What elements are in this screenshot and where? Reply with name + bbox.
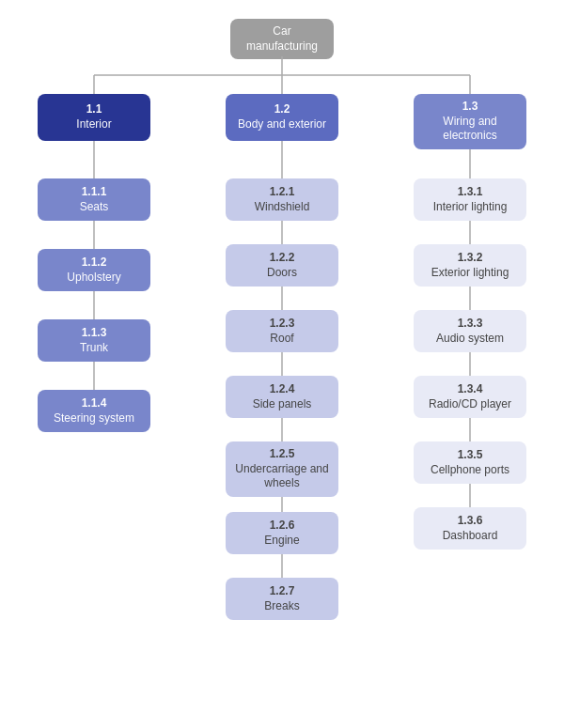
org-chart: Car manufacturing1.1Interior1.1.1Seats1.… [0, 0, 564, 728]
col1-item-0-label: Windshield [255, 200, 310, 215]
col2-item-3-label: Radio/CD player [429, 397, 511, 412]
col2-item-4-label: Cellphone ports [431, 463, 509, 478]
col2-item-3-number: 1.3.4 [458, 382, 483, 397]
col0-item-2-label: Trunk [80, 341, 108, 356]
col0-item-1: 1.1.2Upholstery [38, 249, 150, 291]
col1-item-4-label: Undercarriage and wheels [233, 462, 331, 491]
col1-header-number: 1.2 [274, 102, 290, 117]
col1-item-2: 1.2.3Roof [226, 310, 338, 352]
col2-header-label: Wiring and electronics [421, 115, 519, 144]
col0-header-label: Interior [76, 117, 111, 132]
col2-item-4-number: 1.3.5 [458, 448, 483, 463]
col1-item-6: 1.2.7Breaks [226, 578, 338, 620]
col1-item-4: 1.2.5Undercarriage and wheels [226, 441, 338, 497]
col1-item-3-number: 1.2.4 [270, 382, 295, 397]
col1-header: 1.2Body and exterior [226, 94, 338, 141]
col0-item-1-number: 1.1.2 [82, 256, 107, 271]
col0-item-3-label: Steering system [54, 411, 134, 426]
col2-item-0: 1.3.1Interior lighting [414, 178, 526, 221]
col0-header-number: 1.1 [86, 102, 102, 117]
col0-item-0-number: 1.1.1 [82, 185, 107, 200]
col2-header-number: 1.3 [462, 100, 478, 115]
col0-item-3-number: 1.1.4 [82, 396, 107, 411]
col2-item-4: 1.3.5Cellphone ports [414, 441, 526, 484]
col1-item-0-number: 1.2.1 [270, 185, 295, 200]
col0-item-1-label: Upholstery [67, 271, 120, 286]
col1-item-5: 1.2.6Engine [226, 512, 338, 554]
col0-item-0-label: Seats [80, 200, 109, 215]
col1-item-1: 1.2.2Doors [226, 244, 338, 287]
col2-item-1: 1.3.2Exterior lighting [414, 244, 526, 287]
col1-item-1-number: 1.2.2 [270, 251, 295, 266]
col2-item-5-number: 1.3.6 [458, 514, 483, 529]
col0-item-3: 1.1.4Steering system [38, 390, 150, 432]
col2-item-5: 1.3.6Dashboard [414, 507, 526, 550]
col1-item-6-label: Breaks [264, 599, 299, 614]
col2-item-1-label: Exterior lighting [431, 266, 509, 281]
col1-item-2-number: 1.2.3 [270, 317, 295, 332]
col2-item-2: 1.3.3Audio system [414, 310, 526, 352]
col1-item-6-number: 1.2.7 [270, 584, 295, 599]
col0-header: 1.1Interior [38, 94, 150, 141]
col1-item-3-label: Side panels [253, 397, 312, 412]
col1-header-label: Body and exterior [238, 117, 326, 132]
col2-item-0-label: Interior lighting [433, 200, 508, 215]
col1-item-0: 1.2.1Windshield [226, 178, 338, 221]
col1-item-5-label: Engine [264, 534, 299, 549]
col2-item-0-number: 1.3.1 [458, 185, 483, 200]
col0-item-2: 1.1.3Trunk [38, 319, 150, 362]
col0-item-0: 1.1.1Seats [38, 178, 150, 221]
col1-item-2-label: Roof [270, 332, 293, 347]
col1-item-3: 1.2.4Side panels [226, 376, 338, 418]
root-node-label: Car manufacturing [238, 24, 326, 54]
col1-item-4-number: 1.2.5 [270, 447, 295, 462]
root-node: Car manufacturing [230, 19, 334, 59]
col2-item-1-number: 1.3.2 [458, 251, 483, 266]
col2-item-2-label: Audio system [436, 332, 504, 347]
col2-item-3: 1.3.4Radio/CD player [414, 376, 526, 418]
col2-item-5-label: Dashboard [443, 529, 498, 544]
col0-item-2-number: 1.1.3 [82, 326, 107, 341]
col1-item-5-number: 1.2.6 [270, 519, 295, 534]
col2-header: 1.3Wiring and electronics [414, 94, 526, 149]
col2-item-2-number: 1.3.3 [458, 317, 483, 332]
col1-item-1-label: Doors [267, 266, 297, 281]
